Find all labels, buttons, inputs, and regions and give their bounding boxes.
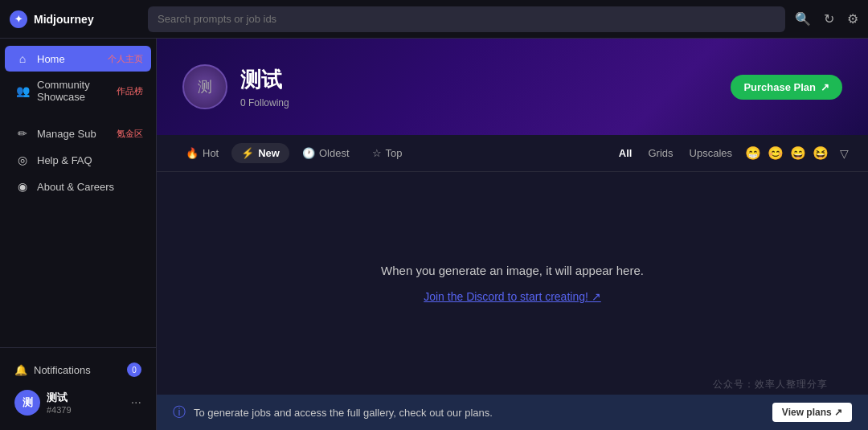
- help-icon: ◎: [16, 154, 29, 166]
- content-area: 测 测试 0 Following Purchase Plan ↗ 🔥 Hot: [157, 39, 868, 430]
- emoji-smile[interactable]: 😊: [766, 144, 785, 162]
- sidebar-cn-manage: 氪金区: [117, 128, 143, 140]
- profile-name: 测试: [240, 66, 718, 94]
- user-info: 测试 #4379: [47, 391, 125, 415]
- funnel-icon[interactable]: ▽: [840, 147, 849, 160]
- emoji-laugh[interactable]: 😁: [743, 144, 763, 162]
- sidebar-item-manage[interactable]: ✏ Manage Sub 氪金区: [5, 121, 151, 146]
- username-label: 测试: [47, 391, 125, 405]
- topbar-icons: 🔍 ↻ ⚙: [795, 11, 858, 27]
- sidebar: ⌂ Home 个人主页 👥 Community Showcase 作品榜 ✏ M…: [0, 39, 157, 430]
- filter-hot[interactable]: 🔥 Hot: [176, 143, 228, 163]
- settings-icon[interactable]: ⚙: [847, 11, 858, 27]
- community-icon: 👥: [16, 84, 29, 97]
- logo-icon: ✦: [10, 10, 27, 28]
- gallery-area: When you generate an image, it will appe…: [157, 172, 868, 395]
- filter-hot-label: Hot: [203, 147, 219, 159]
- filter-new[interactable]: ⚡ New: [231, 143, 289, 163]
- filter-grids[interactable]: Grids: [643, 144, 678, 162]
- filter-new-label: New: [258, 147, 280, 159]
- notifications-label: Notifications: [34, 364, 91, 376]
- discord-link[interactable]: Join the Discord to start creating! ↗: [424, 290, 601, 303]
- sidebar-label-help: Help & FAQ: [37, 154, 92, 166]
- purchase-plan-label: Purchase Plan: [743, 81, 816, 93]
- sidebar-item-help[interactable]: ◎ Help & FAQ: [5, 147, 151, 173]
- manage-icon: ✏: [16, 127, 29, 140]
- sidebar-nav: ⌂ Home 个人主页 👥 Community Showcase 作品榜 ✏ M…: [0, 39, 156, 347]
- home-icon: ⌂: [16, 52, 29, 65]
- avatar: 测: [14, 390, 40, 416]
- logo-text: Midjourney: [34, 13, 94, 26]
- filter-bar: 🔥 Hot ⚡ New 🕐 Oldest ☆ Top All Grid: [157, 135, 868, 172]
- purchase-plan-button[interactable]: Purchase Plan ↗: [731, 75, 842, 100]
- top-icon: ☆: [372, 147, 382, 159]
- logo: ✦ Midjourney: [10, 10, 138, 28]
- filter-upscales[interactable]: Upscales: [685, 144, 737, 162]
- notifications-row[interactable]: 🔔 Notifications 0: [8, 356, 148, 383]
- filter-oldest[interactable]: 🕐 Oldest: [293, 143, 359, 163]
- sidebar-label-about: About & Careers: [37, 181, 114, 193]
- sidebar-item-home[interactable]: ⌂ Home 个人主页: [5, 46, 151, 72]
- emoji-joy[interactable]: 😆: [811, 144, 830, 162]
- user-row[interactable]: 测 测试 #4379 ···: [8, 383, 148, 422]
- bottom-bar: ⓘ To generate jobs and access the full g…: [157, 395, 868, 430]
- about-icon: ◉: [16, 180, 29, 193]
- profile-info: 测试 0 Following: [240, 66, 718, 109]
- info-icon: ⓘ: [173, 404, 186, 421]
- more-button[interactable]: ···: [131, 395, 141, 410]
- sidebar-label-manage: Manage Sub: [37, 128, 96, 140]
- sidebar-bottom: 🔔 Notifications 0 测 测试 #4379 ···: [0, 347, 156, 430]
- profile-following: 0 Following: [240, 97, 718, 109]
- user-id-label: #4379: [47, 405, 125, 415]
- filter-oldest-label: Oldest: [319, 147, 350, 159]
- search-input[interactable]: [148, 6, 785, 32]
- new-icon: ⚡: [241, 147, 254, 159]
- sidebar-item-about[interactable]: ◉ About & Careers: [5, 174, 151, 199]
- view-plans-button[interactable]: View plans ↗: [772, 403, 852, 422]
- emoji-filters: 😁 😊 😄 😆: [743, 144, 830, 162]
- profile-avatar: 测: [182, 64, 227, 109]
- refresh-icon[interactable]: ↻: [824, 11, 834, 27]
- hot-icon: 🔥: [186, 147, 199, 159]
- oldest-icon: 🕐: [302, 147, 315, 159]
- main-layout: ⌂ Home 个人主页 👥 Community Showcase 作品榜 ✏ M…: [0, 39, 868, 430]
- topbar: ✦ Midjourney 🔍 ↻ ⚙: [0, 0, 868, 39]
- notifications-count: 0: [127, 362, 141, 377]
- sidebar-label-home: Home: [37, 53, 65, 65]
- bottom-bar-message: To generate jobs and access the full gal…: [194, 407, 493, 419]
- search-icon[interactable]: 🔍: [795, 11, 811, 27]
- filter-right: All Grids Upscales 😁 😊 😄 😆 ▽: [614, 144, 849, 162]
- sidebar-cn-community: 作品榜: [117, 85, 143, 97]
- sidebar-cn-home: 个人主页: [108, 53, 143, 65]
- filter-top-label: Top: [386, 147, 403, 159]
- emoji-grin[interactable]: 😄: [788, 144, 808, 162]
- external-link-icon: ↗: [821, 81, 829, 93]
- view-plans-label: View plans ↗: [782, 407, 842, 418]
- filter-top[interactable]: ☆ Top: [362, 143, 412, 163]
- empty-gallery-text: When you generate an image, it will appe…: [381, 264, 644, 277]
- filter-all[interactable]: All: [614, 144, 637, 162]
- sidebar-item-community[interactable]: 👥 Community Showcase 作品榜: [5, 72, 151, 109]
- profile-banner: 测 测试 0 Following Purchase Plan ↗: [157, 39, 868, 135]
- bell-icon: 🔔: [14, 364, 27, 376]
